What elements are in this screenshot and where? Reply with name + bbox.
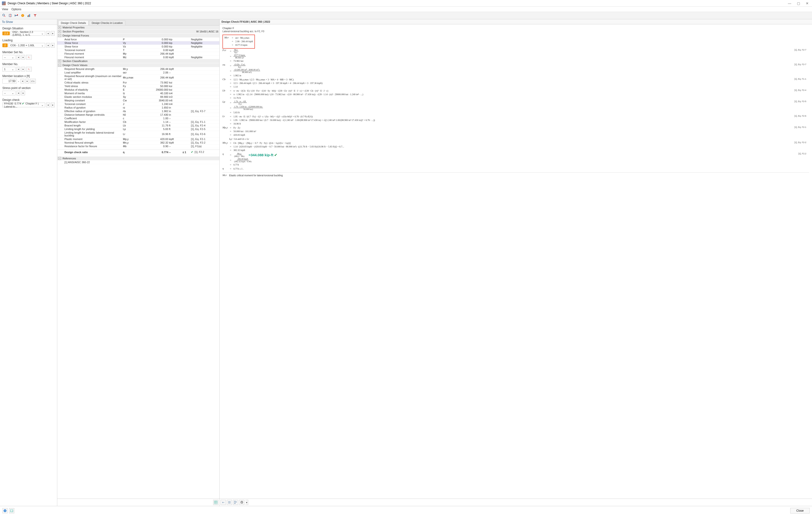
design-check-dropdown[interactable]: FF4100 0.774 ✔ Chapter F | Lateral-to...… [2,102,45,107]
data-row[interactable]: Modification factorCb1.14--[1], Eq. F1-1 [57,120,219,124]
prev-button[interactable]: ◂ [46,102,50,107]
equation-reference: [1], Eq. F1-1 [794,78,806,80]
collapse-icon: − [58,34,61,37]
print-dropdown-icon[interactable]: ▾ [245,500,248,505]
pick-member-icon[interactable]: ↖ [26,67,32,71]
data-row[interactable]: Radius of gyrationrz1.650in [57,106,219,110]
prev-button[interactable]: ◂ [46,31,50,36]
toolbar-search-icon[interactable] [1,13,7,18]
data-row[interactable]: Flexural momentMy266.44kipft [57,52,219,56]
next-button[interactable]: ▸ [51,31,55,36]
data-row[interactable]: Moment of inertiaIz40.100in4 [57,92,219,95]
equation-block: Fcr=McrSyc=6577.0 kipin88.900 in³=73.982… [223,49,809,63]
chevron-down-icon[interactable]: ⌄ [18,80,20,82]
result-callout: =344.088 kip-ft [246,153,277,157]
loading-dropdown[interactable]: CO6 - 1.20D + 1.60L⌄ [8,43,45,48]
data-row[interactable]: Distance between flange centroidsh017.43… [57,113,219,117]
data-row[interactable]: Required flexural strength (maximum on m… [57,74,219,81]
tab-design-checks-location[interactable]: Design Checks in Location [89,20,125,25]
next-button[interactable]: ▸ [25,79,29,84]
data-row[interactable]: Resistance factor for flexureΦb0.90--[1]… [57,145,219,148]
collapse-icon: − [58,64,61,66]
equation-block: rts=√(√(Iz · Cw)Sy)=√(√(40.100 in⁴ · 304… [223,63,809,77]
next-button[interactable]: ▸ [21,55,25,60]
tab-design-check-details[interactable]: Design Check Details [58,20,89,25]
stress-point-dropdown[interactable]: -- ⌄ [2,91,16,95]
view-list-icon[interactable] [227,500,232,505]
toolbar-chart-icon[interactable] [26,13,31,18]
svg-text:x=: x= [222,501,225,504]
maximize-icon[interactable]: ▢ [795,1,802,5]
data-row[interactable]: Nominal flexural strengthMn,y382.32kipft… [57,141,219,145]
data-row[interactable]: Plastic momentMp,y420.83kipft[1], Eq. F2… [57,138,219,141]
expand-icon: + [58,60,61,62]
menu-options[interactable]: Options [11,8,21,11]
prev-button[interactable]: ◂ [17,55,20,60]
data-row[interactable]: Load amplifierαcr2.06-- [57,71,219,74]
section-classification[interactable]: + Section Classification [57,59,219,63]
data-row[interactable]: Limiting length for inelastic lateral-to… [57,131,219,138]
data-row[interactable]: Flexural momentMz0.00kipftNegligible [57,56,219,59]
close-icon[interactable]: ✕ [804,1,810,5]
svg-text:0,00: 0,00 [10,510,13,511]
member-no-label: Member No. [2,62,55,66]
data-row[interactable]: Torsional constantJ1.240in4 [57,102,219,106]
prev-button[interactable]: ◂ [21,79,24,84]
equation-block: Lp=1.76 · rz · √(EFy)=1.76 · 1.650 in · … [223,100,809,114]
data-row[interactable]: Critical elastic stressFcr73.982ksi [57,81,219,85]
location-input[interactable]: 17.50 [2,79,17,84]
data-row[interactable]: Yield stressFy50.000ksi [57,85,219,88]
data-row[interactable]: Modulus of elasticityE29000.000ksi [57,88,219,92]
member-set-dropdown[interactable]: -- ⌄ [2,55,16,60]
svg-rect-20 [234,501,235,504]
prev-button[interactable]: ◂ [46,43,50,48]
menu-view[interactable]: View [2,8,8,11]
toolbar-filter-icon[interactable] [32,13,38,18]
next-button[interactable]: ▸ [21,91,25,95]
title-bar: Design Check Details | Members | Steel D… [0,0,812,7]
next-button[interactable]: ▸ [21,67,25,71]
units-icon[interactable]: 0,00 [9,508,14,513]
next-button[interactable]: ▸ [51,43,55,48]
data-row[interactable]: Coefficientc1.00-- [57,117,219,120]
section-section-props[interactable]: + Section Properties W 18x50 | AISC 16 [57,30,219,34]
member-no-dropdown[interactable]: 1 ⌄ [2,67,16,71]
equation-panel: Design Check FF4100 | AISC 360 | 2022 Ch… [220,19,812,506]
data-row[interactable]: Effective radius of gyrationrts1.982in[1… [57,110,219,113]
data-row[interactable]: Required flexural strengthMr,y266.44kipf… [57,67,219,71]
data-row[interactable]: Limiting length for yieldingLp5.83ft[1],… [57,127,219,131]
section-references[interactable]: − References [57,156,219,160]
data-row[interactable]: Axial forceP0.000kipNegligible [57,38,219,41]
toolbar-design-icon[interactable] [8,13,13,18]
section-check-values[interactable]: − Design Check Values [57,63,219,67]
equation-reference: [1], Eq. F2-7 [794,63,806,66]
prev-button[interactable]: ◂ [17,67,20,71]
equation-block: Lr=1.95 · rts · E / (0.7 · Fy) · √(J · c… [223,115,809,125]
equation-reference: [1], Eq. F2-1 [794,126,806,128]
toolbar-member-icon[interactable] [14,13,19,18]
chevron-down-icon: ⌄ [12,56,14,59]
prev-button[interactable]: ◂ [17,91,20,95]
section-material[interactable]: + Material Properties [57,26,219,30]
pick-member-set-icon[interactable]: ↖ [26,55,32,60]
close-button[interactable]: Close [790,508,810,514]
data-row[interactable]: Shear forceVy0.000kipNegligible [57,41,219,45]
design-situation-dropdown[interactable]: DS2 - Section 2.3 (LRFD), 1. to 5.⌄ [11,31,45,36]
next-button[interactable]: ▸ [51,102,55,107]
help-icon[interactable]: ? [2,508,8,513]
data-row[interactable]: Elastic section modulusSy88.900in3 [57,95,219,99]
print-icon[interactable] [239,500,244,505]
view-detail-icon[interactable] [233,500,238,505]
location-xx-button[interactable]: x/x₀ [30,79,36,84]
view-equations-icon[interactable]: x= [221,500,226,505]
toolbar-warning-icon[interactable]: ! [20,13,25,18]
minimize-icon[interactable]: — [786,1,793,5]
export-table-icon[interactable] [213,500,219,505]
data-row[interactable]: Warping constantCw3040.00in6 [57,99,219,102]
data-row[interactable]: Shear forceVz0.000kipNegligible [57,45,219,49]
section-internal-forces[interactable]: − Design Internal Forces [57,34,219,38]
center-panel: Design Check Details Design Checks in Lo… [57,19,220,506]
svg-rect-25 [241,503,242,504]
data-row[interactable]: Braced lengthLb11.76ft[1], Eq. F2-4 [57,124,219,127]
data-row[interactable]: Torsional momentT0.00kipft [57,49,219,52]
